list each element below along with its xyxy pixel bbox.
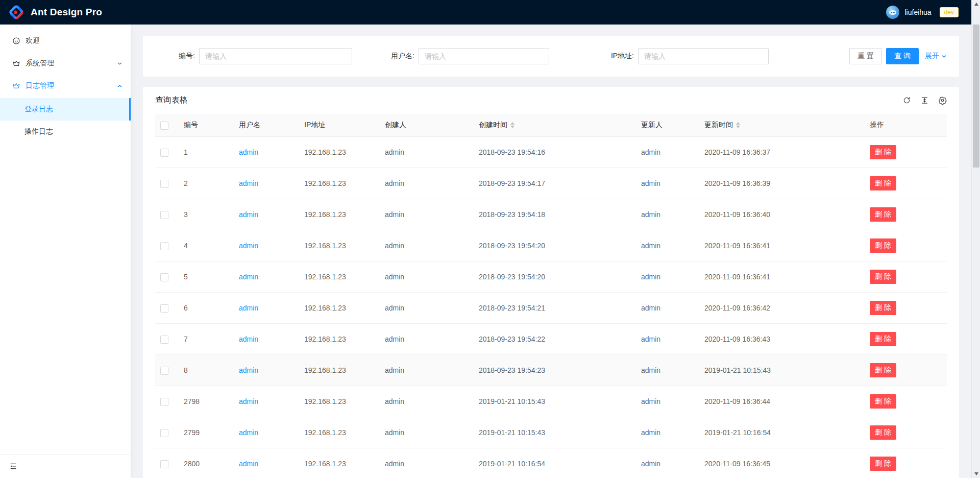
cell-creator: admin [385,448,479,478]
delete-button[interactable]: 删 除 [870,238,896,253]
table-row: 6 admin 192.168.1.23 admin 2018-09-23 19… [155,293,947,324]
cell-ip: 192.168.1.23 [304,199,385,230]
row-checkbox[interactable] [160,460,168,468]
column-header-updated[interactable]: 更新时间 [704,114,870,137]
username-link[interactable]: admin [239,304,258,312]
select-all-checkbox[interactable] [160,122,168,130]
delete-button[interactable]: 删 除 [870,301,896,315]
username-link[interactable]: admin [239,397,258,405]
sidebar-item-login-log[interactable]: 登录日志 [0,98,131,121]
delete-button[interactable]: 删 除 [870,363,896,377]
cell-updater: admin [641,137,704,168]
delete-button[interactable]: 删 除 [870,425,896,440]
table-toolbar [902,96,947,105]
scrollbar-thumb[interactable] [973,25,979,168]
cell-ip: 192.168.1.23 [304,168,385,199]
cell-updated-time: 2020-11-09 16:36:41 [704,230,870,261]
content-area: 编号: 用户名: IP地址: 重 置 查 询 展开 [131,25,971,478]
cell-updated-time: 2020-11-09 16:36:41 [704,261,870,293]
row-checkbox[interactable] [160,180,168,188]
cell-updater: admin [641,324,704,355]
cell-creator: admin [385,199,479,230]
settings-icon[interactable] [938,96,947,105]
log-table: 编号 用户名 IP地址 创建人 创建时间 更新人 更新时间 操作 1 admin [155,114,947,478]
delete-button[interactable]: 删 除 [870,394,896,409]
username-link[interactable]: admin [239,335,258,343]
id-input[interactable] [199,48,352,64]
row-checkbox[interactable] [160,429,168,437]
sidebar-item-operation-log[interactable]: 操作日志 [0,121,131,143]
cell-id: 2 [184,168,239,199]
username-link[interactable]: admin [239,242,258,250]
form-item-ip: IP地址: [594,48,814,64]
row-checkbox[interactable] [160,367,168,375]
table-header: 编号 用户名 IP地址 创建人 创建时间 更新人 更新时间 操作 [155,114,947,137]
username-link[interactable]: admin [239,179,258,187]
reset-button[interactable]: 重 置 [849,48,882,64]
column-header-username: 用户名 [239,114,304,137]
username-link[interactable]: admin [239,210,258,219]
cell-updated-time: 2020-11-09 16:36:40 [704,199,870,230]
delete-button[interactable]: 删 除 [870,457,896,471]
cell-created-time: 2018-09-23 19:54:16 [479,137,641,168]
row-checkbox[interactable] [160,211,168,219]
username[interactable]: liufeihua [904,8,931,16]
sidebar-item-welcome[interactable]: 欢迎 [0,31,131,51]
sort-caret-up-icon [510,122,514,125]
ip-input[interactable] [638,48,769,64]
avatar[interactable] [886,6,899,19]
username-link[interactable]: admin [239,460,258,468]
cell-created-time: 2018-09-23 19:54:20 [479,261,641,293]
reload-icon[interactable] [902,96,911,105]
triangle-up-icon [974,3,978,6]
row-checkbox[interactable] [160,149,168,157]
cell-updated-time: 2019-01-21 10:16:54 [704,417,870,448]
cell-updated-time: 2020-11-09 16:36:39 [704,168,870,199]
delete-button[interactable]: 删 除 [870,332,896,346]
sidebar-item-log-management[interactable]: 日志管理 [0,76,131,96]
cell-ip: 192.168.1.23 [304,417,385,448]
column-header-created[interactable]: 创建时间 [479,114,641,137]
browser-scrollbar[interactable] [971,0,980,478]
username-input[interactable] [419,48,549,64]
username-link[interactable]: admin [239,366,258,374]
sidebar-item-system-management[interactable]: 系统管理 [0,53,131,74]
cell-ip: 192.168.1.23 [304,261,385,293]
cell-id: 8 [184,355,239,386]
table-card-header: 查询表格 [143,87,959,114]
sidebar-item-label: 系统管理 [26,59,112,68]
delete-button[interactable]: 删 除 [870,145,896,159]
expand-link[interactable]: 展开 [925,52,947,61]
menu-fold-icon[interactable] [9,462,17,470]
delete-button[interactable]: 删 除 [870,270,896,284]
cell-creator: admin [385,324,479,355]
row-checkbox[interactable] [160,398,168,406]
column-header-action: 操作 [870,114,947,137]
username-link[interactable]: admin [239,273,258,281]
app-window: Ant Design Pro liufeihua dev 欢迎 [0,0,980,478]
scrollbar-down-arrow[interactable] [972,470,980,478]
row-checkbox[interactable] [160,336,168,344]
cell-id: 1 [184,137,239,168]
expand-link-label: 展开 [925,52,939,61]
cell-id: 2799 [184,417,239,448]
query-button[interactable]: 查 询 [886,48,919,64]
delete-button[interactable]: 删 除 [870,176,896,190]
chevron-down-icon [117,61,122,66]
crown-icon [12,82,20,90]
username-link[interactable]: admin [239,148,258,156]
sort-control[interactable] [736,122,740,128]
row-checkbox[interactable] [160,304,168,313]
column-height-icon[interactable] [920,96,929,105]
row-checkbox[interactable] [160,273,168,281]
sidebar-item-label: 操作日志 [24,127,53,136]
scrollbar-up-arrow[interactable] [972,0,980,8]
row-checkbox[interactable] [160,242,168,250]
header-user-area: liufeihua dev [886,6,965,19]
delete-button[interactable]: 删 除 [870,207,896,222]
cell-creator: admin [385,293,479,324]
sort-control[interactable] [510,122,514,128]
ip-field-label: IP地址: [594,52,634,61]
username-link[interactable]: admin [239,428,258,437]
logo[interactable]: Ant Design Pro [8,4,102,20]
